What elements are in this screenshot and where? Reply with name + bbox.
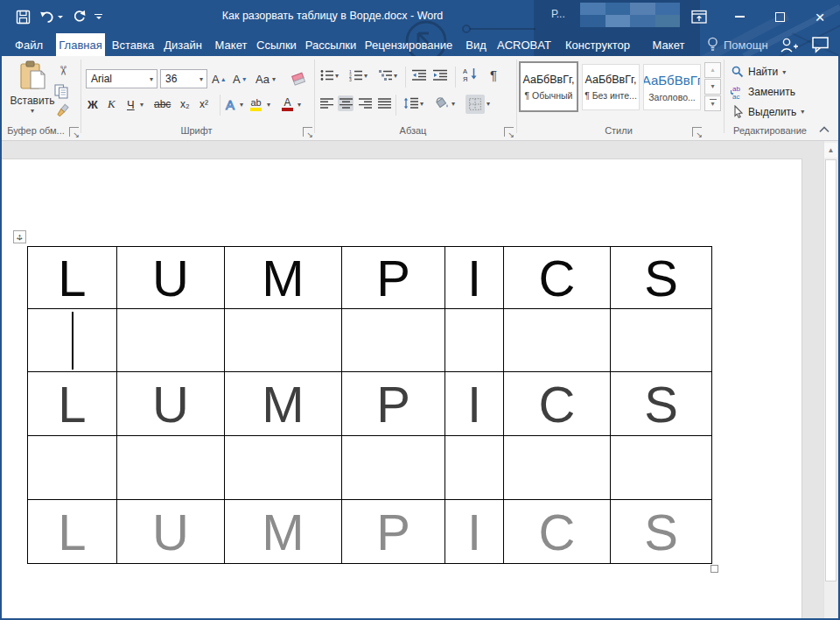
paste-button[interactable]: Вставить ▾	[9, 60, 56, 125]
font-size-combo[interactable]: 36 ▾	[160, 69, 207, 88]
redo-button[interactable]	[72, 10, 86, 24]
table-cell-r2c7[interactable]	[611, 309, 712, 372]
clipboard-dialog-launcher-icon[interactable]: ↘	[69, 127, 79, 137]
sort-icon[interactable]: А Я	[462, 67, 478, 82]
font-dialog-launcher-icon[interactable]: ↘	[303, 127, 312, 137]
tab-макет[interactable]: Макет	[644, 33, 693, 56]
table-cell-r4c3[interactable]	[225, 436, 342, 500]
highlight-dropdown-icon[interactable]: ▾	[267, 101, 270, 109]
line-spacing-dropdown-icon[interactable]: ▾	[420, 100, 424, 108]
vertical-scrollbar[interactable]: ▲	[823, 141, 837, 618]
table-cell-r5c2[interactable]: U	[117, 500, 225, 564]
tab-рецензирование[interactable]: Рецензирование	[362, 33, 455, 56]
highlight-button[interactable]: ab	[250, 95, 262, 114]
borders-icon[interactable]	[466, 95, 485, 114]
table-cell-r3c2[interactable]: U	[117, 372, 225, 436]
italic-button[interactable]: К	[108, 95, 116, 114]
paste-dropdown-icon[interactable]: ▾	[31, 107, 34, 115]
tab-вид[interactable]: Вид	[458, 33, 494, 56]
table-cell-r1c3[interactable]: M	[225, 247, 342, 309]
word-table[interactable]: LUMPICSLUMPICSLUMPICS	[27, 246, 712, 564]
table-cell-r4c7[interactable]	[611, 436, 712, 500]
find-dropdown-icon[interactable]: ▾	[782, 68, 786, 76]
format-painter-icon[interactable]	[54, 103, 70, 119]
align-right-icon[interactable]	[357, 95, 373, 111]
styles-scroll-up-icon[interactable]: ▴	[704, 62, 721, 78]
tab-главная[interactable]: Главная	[56, 33, 105, 56]
tab-вставка[interactable]: Вставка	[108, 33, 158, 56]
table-cell-r2c2[interactable]	[117, 309, 225, 372]
style-card[interactable]: АаБбВвГг,¶ Без инте...	[582, 64, 640, 110]
table-cell-r5c7[interactable]: S	[611, 500, 712, 564]
show-paragraph-marks-icon[interactable]: ¶	[490, 67, 497, 82]
underline-dropdown-icon[interactable]: ▾	[140, 101, 144, 109]
table-cell-r2c4[interactable]	[342, 309, 445, 372]
table-cell-r1c6[interactable]: C	[504, 247, 611, 309]
table-move-handle[interactable]: ↔↕	[13, 230, 26, 243]
maximize-button[interactable]	[760, 0, 800, 33]
shrink-font-button[interactable]: А▼	[233, 69, 248, 88]
tab-acrobat[interactable]: ACROBAT	[494, 33, 555, 56]
table-cell-r2c6[interactable]	[504, 309, 611, 372]
numbering-dropdown-icon[interactable]: ▾	[364, 72, 368, 80]
tab-конструктор[interactable]: Конструктор	[558, 33, 637, 56]
line-spacing-icon[interactable]	[402, 95, 418, 111]
align-left-icon[interactable]	[318, 95, 334, 111]
close-button[interactable]: ×	[800, 0, 840, 33]
borders-dropdown-icon[interactable]: ▾	[486, 100, 490, 108]
table-cell-r4c2[interactable]	[117, 436, 225, 500]
table-cell-r3c7[interactable]: S	[611, 372, 712, 436]
styles-scroll-down-icon[interactable]: ▾	[704, 79, 721, 95]
table-cell-r1c5[interactable]: I	[445, 247, 504, 309]
styles-gallery-more-icon[interactable]: ▾	[704, 95, 721, 111]
style-card[interactable]: АаБбВвГг,¶ Обычный	[519, 61, 578, 112]
table-cell-r4c4[interactable]	[342, 436, 445, 500]
shading-icon[interactable]	[434, 95, 450, 110]
superscript-button[interactable]: x²	[200, 95, 208, 114]
table-cell-r5c1[interactable]: L	[28, 500, 117, 564]
text-effects-dropdown-icon[interactable]: ▾	[240, 101, 243, 109]
subscript-button[interactable]: x₂	[180, 95, 190, 114]
table-cell-r2c3[interactable]	[225, 309, 342, 372]
font-family-dropdown-icon[interactable]: ▾	[146, 75, 157, 83]
select-dropdown-icon[interactable]: ▾	[801, 108, 804, 116]
table-cell-r1c4[interactable]: P	[342, 247, 445, 309]
table-cell-r5c3[interactable]: M	[225, 500, 342, 564]
share-person-icon[interactable]	[779, 36, 798, 53]
styles-dialog-launcher-icon[interactable]: ↘	[692, 127, 702, 137]
table-cell-r5c5[interactable]: I	[445, 500, 504, 564]
table-cell-r5c6[interactable]: C	[504, 500, 611, 564]
paragraph-dialog-launcher-icon[interactable]: ↘	[504, 127, 514, 137]
bullets-icon[interactable]	[319, 67, 335, 83]
grow-font-button[interactable]: А▲	[212, 69, 227, 88]
customize-quick-access-icon[interactable]	[94, 14, 102, 20]
change-case-button[interactable]: Аа ▾	[256, 69, 276, 88]
table-cell-r3c5[interactable]: I	[445, 372, 504, 436]
account-label[interactable]: Р...	[551, 0, 565, 28]
table-cell-r3c1[interactable]: L	[28, 372, 117, 436]
table-resize-handle[interactable]	[710, 565, 718, 573]
tab-ссылки[interactable]: Ссылки	[254, 33, 299, 56]
increase-indent-icon[interactable]	[432, 67, 448, 83]
underline-button[interactable]: Ч	[127, 95, 135, 114]
ribbon-display-options-icon[interactable]	[679, 0, 719, 33]
multilevel-list-icon[interactable]	[378, 67, 394, 83]
save-icon[interactable]	[16, 10, 31, 25]
decrease-indent-icon[interactable]	[411, 67, 427, 83]
comments-icon[interactable]	[812, 37, 830, 53]
find-button[interactable]: Найти ▾	[732, 66, 786, 78]
tab-файл[interactable]: Файл	[9, 33, 49, 56]
font-family-combo[interactable]: Arial ▾	[86, 69, 158, 88]
table-cell-r4c5[interactable]	[445, 436, 504, 500]
strikethrough-button[interactable]: abc	[154, 95, 171, 114]
minimize-button[interactable]	[719, 0, 760, 33]
font-color-button[interactable]: А	[282, 95, 293, 114]
shading-dropdown-icon[interactable]: ▾	[452, 100, 455, 108]
table-cell-r1c2[interactable]: U	[117, 247, 225, 309]
table-cell-r3c6[interactable]: C	[504, 372, 611, 436]
table-cell-r1c1[interactable]: L	[28, 247, 117, 309]
scrollbar-thumb[interactable]	[825, 159, 836, 581]
numbering-icon[interactable]: 123	[348, 67, 364, 83]
copy-icon[interactable]	[54, 84, 69, 99]
bullets-dropdown-icon[interactable]: ▾	[335, 72, 339, 80]
